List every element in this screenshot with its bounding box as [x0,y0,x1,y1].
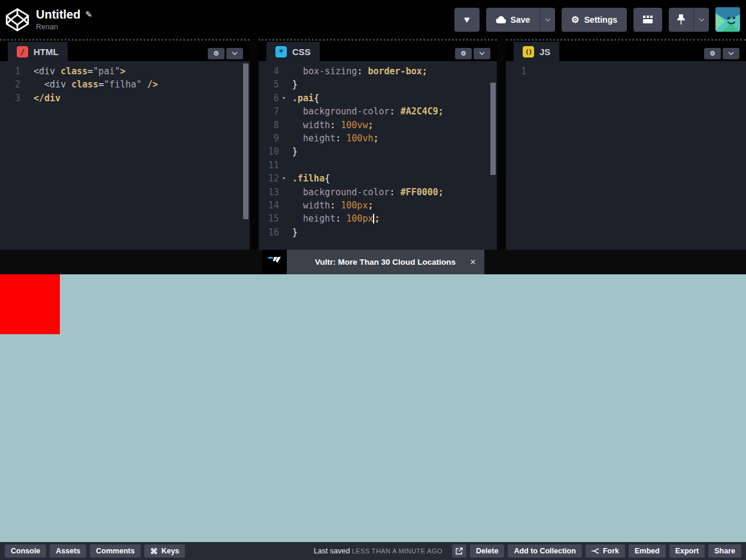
code-line[interactable]: 7 background-color: #A2C4C9; [259,105,497,118]
code-line[interactable]: 6▾.pai{ [259,92,497,105]
user-avatar[interactable] [715,7,740,32]
code-line[interactable]: 2 <div class="filha" /> [0,78,250,91]
css-code-editor[interactable]: 4 box-sizing: border-box;5}6▾.pai{7 back… [259,61,497,250]
pin-button[interactable] [669,8,693,32]
code-line[interactable]: 16} [259,226,497,239]
save-button[interactable]: Save [486,8,540,32]
keys-button[interactable]: ⌘ Keys [144,544,185,558]
code-line[interactable]: 11 [259,159,497,172]
line-number: 1 [0,65,20,78]
ad-close-icon[interactable]: ✕ [470,258,477,267]
js-tab-bar: () JS ⚙ [506,39,746,61]
fold-gutter [279,119,289,132]
code-text: height: 100px; [289,212,380,225]
code-line[interactable]: 13 background-color: #FF0000; [259,186,497,199]
save-split-button: Save [486,8,556,32]
code-line[interactable]: 8 width: 100vw; [259,119,497,132]
code-text: .pai{ [289,92,319,105]
console-button[interactable]: Console [5,544,46,558]
fold-gutter [279,105,289,118]
code-line[interactable]: 1 [506,65,746,78]
save-options-button[interactable] [539,8,555,32]
html-editor-collapse-button[interactable] [226,48,243,59]
code-line[interactable]: 15 height: 100px; [259,212,497,225]
html-code-editor[interactable]: 1<div class="pai">2 <div class="filha" /… [0,61,250,250]
code-text: </div [30,92,60,105]
gear-icon: ⚙ [709,50,715,57]
change-view-button[interactable] [633,8,662,32]
tab-html[interactable]: / HTML [8,42,68,61]
editors-row: / HTML ⚙ 1<div class="pai">2 <div class=… [0,39,746,250]
line-number: 8 [259,119,279,132]
edit-title-icon[interactable]: ✎ [85,10,92,19]
html-icon: / [17,46,28,57]
codepen-logo[interactable] [5,7,30,32]
css-editor-scrollbar[interactable] [490,83,496,175]
ad-text[interactable]: Vultr: More Than 30 Cloud Locations [287,258,484,267]
fold-gutter [279,186,289,199]
line-number: 3 [0,92,20,105]
panel-resizer[interactable] [250,39,259,250]
line-number: 1 [506,65,526,78]
fold-gutter [279,145,289,158]
fold-gutter [20,78,30,91]
js-icon: () [523,46,534,57]
add-to-collection-button[interactable]: Add to Collection [508,544,581,558]
code-line[interactable]: 3</div [0,92,250,105]
code-line[interactable]: 1<div class="pai"> [0,65,250,78]
fold-arrow-icon[interactable]: ▾ [279,172,289,185]
fold-gutter [279,226,289,239]
js-editor-collapse-button[interactable] [723,48,739,59]
html-editor-scrollbar[interactable] [243,63,248,219]
chevron-down-icon [699,18,705,22]
code-line[interactable]: 14 width: 100px; [259,199,497,212]
comments-button[interactable]: Comments [90,544,141,558]
line-number: 9 [259,132,279,145]
fold-arrow-icon[interactable]: ▾ [279,92,289,105]
fold-gutter [279,159,289,172]
command-key-icon: ⌘ [150,547,158,556]
vultr-logo [262,250,287,274]
tab-label-html: HTML [34,47,59,57]
code-text: <div class="pai"> [30,65,126,78]
line-number: 11 [259,159,279,172]
chevron-down-icon [479,52,485,55]
code-text [536,65,539,78]
line-number: 5 [259,78,279,91]
code-line[interactable]: 12▾.filha{ [259,172,497,185]
open-live-view-button[interactable] [452,544,466,558]
css-editor-settings-button[interactable]: ⚙ [455,48,472,59]
pin-options-button[interactable] [693,8,709,32]
ad-banner[interactable]: Vultr: More Than 30 Cloud Locations ✕ [262,250,484,274]
code-text: width: 100px; [289,199,373,212]
html-editor-settings-button[interactable]: ⚙ [208,48,225,59]
tab-css[interactable]: * CSS [266,42,320,61]
fold-gutter [279,65,289,78]
css-panel: * CSS ⚙ 4 box-sizing: border-box;5}6▾.pa… [259,39,497,250]
export-button[interactable]: Export [669,544,705,558]
settings-button[interactable]: ⚙ Settings [562,8,627,32]
js-editor-settings-button[interactable]: ⚙ [704,48,721,59]
assets-button[interactable]: Assets [50,544,86,558]
fork-icon [592,548,599,554]
embed-button[interactable]: Embed [629,544,666,558]
tab-js[interactable]: () JS [514,42,559,61]
code-line[interactable]: 10} [259,145,497,158]
panel-resizer[interactable] [497,39,506,250]
preview-red-square [0,274,60,334]
layout-grid-icon [643,16,653,23]
code-line[interactable]: 5} [259,78,497,91]
heart-icon: ♥ [464,15,470,25]
share-button[interactable]: Share [708,544,741,558]
code-line[interactable]: 9 height: 100vh; [259,132,497,145]
gear-icon: ⚙ [213,50,219,57]
css-editor-collapse-button[interactable] [474,48,490,59]
js-code-editor[interactable]: 1 [506,61,746,250]
html-tab-bar: / HTML ⚙ [0,39,250,61]
like-button[interactable]: ♥ [454,8,480,32]
code-line[interactable]: 4 box-sizing: border-box; [259,65,497,78]
delete-button[interactable]: Delete [470,544,505,558]
fork-button[interactable]: Fork [586,544,625,558]
css-icon: * [275,46,287,57]
line-number: 13 [259,186,279,199]
